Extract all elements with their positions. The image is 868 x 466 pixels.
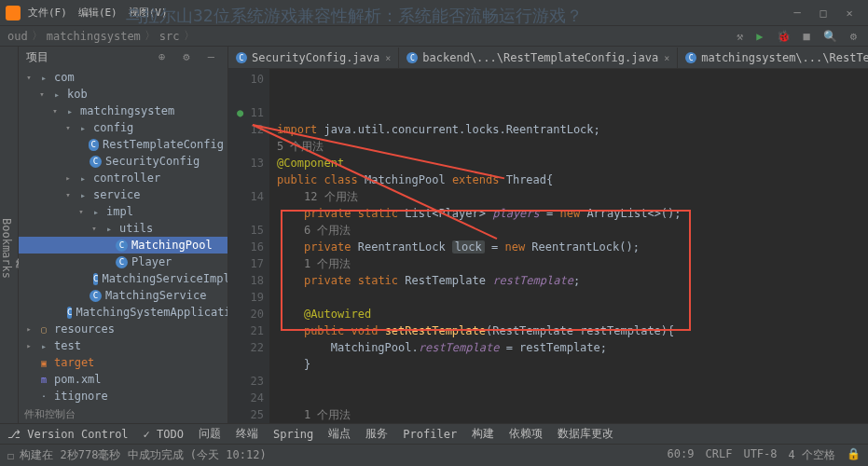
app-logo-icon <box>6 6 21 21</box>
tree-overflow-label: 件和控制台 <box>19 405 227 423</box>
file-encoding[interactable]: UTF-8 <box>743 447 777 463</box>
tree-item-matchingserviceimpl[interactable]: CMatchingServiceImpl <box>19 270 227 287</box>
bottom-tab[interactable]: 问题 <box>199 426 221 442</box>
stop-icon[interactable]: ■ <box>804 30 810 43</box>
tree-item-matchingsystemapplication[interactable]: CMatchingSystemApplication <box>19 304 227 321</box>
debug-icon[interactable]: 🐞 <box>777 30 791 43</box>
tree-item-matchingservice[interactable]: CMatchingService <box>19 287 227 304</box>
tree-item-service[interactable]: ▾▸service <box>19 186 227 203</box>
build-icon[interactable]: ⚒ <box>737 30 743 43</box>
maximize-button[interactable]: □ <box>810 7 836 20</box>
line-separator[interactable]: CRLF <box>706 447 733 463</box>
tree-item-target[interactable]: ▣target <box>19 354 227 371</box>
tree-item-resources[interactable]: ▸▢resources <box>19 321 227 337</box>
indent-info[interactable]: 4 个空格 <box>789 447 835 463</box>
bottom-tool-tabs: ⎇ Version Control✓ TODO问题终端Spring端点服务Pro… <box>0 423 868 444</box>
bottom-tab[interactable]: 数据库更改 <box>558 426 613 442</box>
minimize-button[interactable]: ─ <box>784 7 810 20</box>
lock-icon[interactable]: 🔒 <box>847 447 861 463</box>
tree-item-controller[interactable]: ▸▸controller <box>19 170 227 186</box>
left-tool-gutter: Bookmarks 结构 <box>0 47 19 423</box>
project-tree[interactable]: ▾▸com▾▸kob▾▸matchingsystem▾▸configCRestT… <box>19 67 227 405</box>
status-message: 构建在 2秒778毫秒 中成功完成 (今天 10:12) <box>20 447 266 463</box>
tree-item-config[interactable]: ▾▸config <box>19 119 227 136</box>
tree-item-resttemplateconfig[interactable]: CRestTemplateConfig <box>19 136 227 153</box>
bottom-tab[interactable]: Spring <box>273 428 313 441</box>
tree-item-player[interactable]: CPlayer <box>19 254 227 270</box>
tree-item-securityconfig[interactable]: CSecurityConfig <box>19 153 227 170</box>
menu-file[interactable]: 文件(F) <box>28 6 67 20</box>
code-editor[interactable]: 10● 111213141516171819202122232425262728… <box>228 69 868 423</box>
bottom-tab[interactable]: 端点 <box>328 426 351 442</box>
bottom-tab[interactable]: ✓ TODO <box>144 428 184 441</box>
status-icon: ☐ <box>7 449 14 462</box>
tree-item-kob[interactable]: ▾▸kob <box>19 86 227 103</box>
tree-item-pom.xml[interactable]: mpom.xml <box>19 371 227 388</box>
caret-position[interactable]: 60:9 <box>668 447 695 463</box>
run-icon[interactable]: ▶ <box>756 30 763 43</box>
bottom-tab[interactable]: ⎇ Version Control <box>7 428 129 441</box>
overlay-caption: 乌拉尔山32位系统游戏兼容性解析：系统能否流畅运行游戏？ <box>126 5 583 27</box>
close-button[interactable]: ✕ <box>836 7 862 20</box>
search-icon[interactable]: 🔍 <box>823 30 837 43</box>
tree-item-itignore[interactable]: ·itignore <box>19 388 227 404</box>
tree-item-impl[interactable]: ▾▸impl <box>19 203 227 220</box>
editor-tab[interactable]: Cmatchingsystem\...\RestTemplateConfig.j… <box>678 48 868 68</box>
crumb[interactable]: matchingsystem <box>47 30 141 43</box>
crumb[interactable]: oud <box>7 30 28 43</box>
tree-item-com[interactable]: ▾▸com <box>19 69 227 86</box>
settings-icon[interactable]: ⚙ <box>850 30 857 43</box>
tree-item-matchingsystem[interactable]: ▾▸matchingsystem <box>19 103 227 119</box>
tree-item-test[interactable]: ▸▸test <box>19 337 227 354</box>
editor-tab[interactable]: Cbackend\...\RestTemplateConfig.java× <box>399 48 678 68</box>
bottom-tab[interactable]: 终端 <box>236 426 258 442</box>
sidebar-tools[interactable]: ⊕ ⚙ — <box>158 50 220 63</box>
bookmarks-tool[interactable]: Bookmarks <box>0 86 13 412</box>
editor-tab[interactable]: CSecurityConfig.java× <box>228 48 399 68</box>
status-bar: ☐ 构建在 2秒778毫秒 中成功完成 (今天 10:12) 60:9 CRLF… <box>0 444 868 466</box>
bottom-tab[interactable]: 依赖项 <box>509 426 543 442</box>
project-sidebar: 项目 ⊕ ⚙ — ▾▸com▾▸kob▾▸matchingsystem▾▸con… <box>19 47 228 423</box>
bottom-tab[interactable]: Profiler <box>403 428 457 441</box>
tree-item-matchingpool[interactable]: CMatchingPool <box>19 237 227 254</box>
tree-item-utils[interactable]: ▾▸utils <box>19 220 227 237</box>
menu-edit[interactable]: 编辑(E) <box>78 6 117 20</box>
code-content[interactable]: import java.util.concurrent.locks.Reentr… <box>269 69 868 423</box>
editor-tabs: CSecurityConfig.java×Cbackend\...\RestTe… <box>228 47 868 69</box>
bottom-tab[interactable]: 构建 <box>472 426 494 442</box>
line-gutter: 10● 111213141516171819202122232425262728… <box>228 69 269 423</box>
sidebar-title: 项目 <box>26 49 48 65</box>
breadcrumbs: oud〉 matchingsystem〉 src〉 ⚒ ▶ 🐞 ■ 🔍 ⚙ <box>0 26 868 47</box>
bottom-tab[interactable]: 服务 <box>365 426 388 442</box>
crumb[interactable]: src <box>159 30 180 43</box>
